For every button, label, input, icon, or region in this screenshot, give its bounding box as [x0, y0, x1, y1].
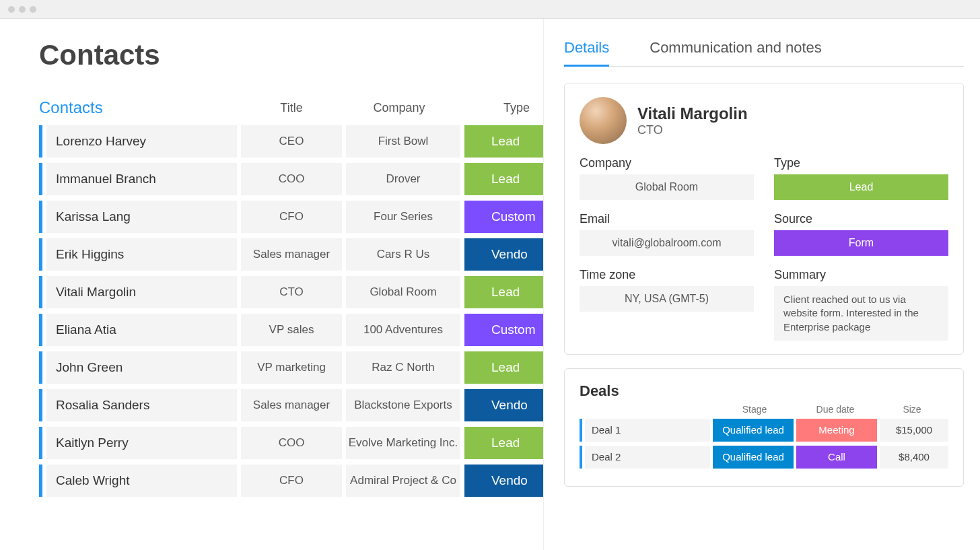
deal-name: Deal 1 [585, 419, 710, 442]
cell-title: VP marketing [241, 351, 342, 384]
cell-type: Lead [464, 427, 543, 459]
cell-title: CEO [241, 125, 342, 158]
cell-title: CFO [241, 201, 342, 233]
cell-name: John Green [46, 351, 237, 384]
cell-company: Global Room [346, 276, 460, 308]
cell-type: Vendo [464, 389, 543, 421]
table-row[interactable]: Rosalia SandersSales managerBlackstone E… [39, 389, 543, 421]
cell-name: Rosalia Sanders [46, 389, 237, 421]
row-accent [39, 465, 42, 497]
detail-value-timezone: NY, USA (GMT-5) [580, 286, 754, 312]
cell-type: Custom [464, 314, 543, 346]
cell-company: First Bowl [346, 125, 460, 158]
cell-company: Cars R Us [346, 238, 460, 271]
tabs: Details Communication and notes [564, 39, 964, 67]
deals-col-stage: Stage [714, 404, 795, 415]
table-row[interactable]: Kaitlyn PerryCOOEvolve Marketing Inc.Lea… [39, 427, 543, 459]
row-accent [39, 314, 42, 346]
deal-size: $8,400 [880, 446, 948, 469]
deal-stage: Qualified lead [713, 446, 794, 469]
window-dot-icon [19, 6, 26, 13]
col-header-type: Type [456, 101, 543, 115]
profile-details: Company Global Room Type Lead Email vita… [580, 156, 948, 341]
profile-card: Vitali Margolin CTO Company Global Room … [564, 83, 964, 355]
content-area: Contacts Contacts Title Company Type Lor… [0, 19, 980, 550]
row-accent [39, 163, 42, 195]
detail-value-summary: Client reached out to us via website for… [774, 286, 948, 341]
detail-value-company: Global Room [580, 174, 754, 200]
table-row[interactable]: Vitali MargolinCTOGlobal RoomLead [39, 276, 543, 308]
table-row[interactable]: Caleb WrightCFOAdmiral Project & CoVendo [39, 465, 543, 497]
row-accent [39, 238, 42, 271]
table-row[interactable]: Erik HigginsSales managerCars R UsVendo [39, 238, 543, 271]
cell-type: Lead [464, 125, 543, 158]
row-accent [39, 427, 42, 459]
deals-body: Deal 1Qualified leadMeeting$15,000Deal 2… [580, 419, 948, 469]
row-accent [39, 201, 42, 233]
cell-name: Vitali Margolin [46, 276, 237, 308]
deal-stage: Qualified lead [713, 419, 794, 442]
deal-size: $15,000 [880, 419, 948, 442]
cell-type: Vendo [464, 465, 543, 497]
cell-company: Four Series [346, 201, 460, 233]
cell-type: Lead [464, 276, 543, 308]
detail-label: Type [774, 156, 948, 170]
cell-title: COO [241, 163, 342, 195]
detail-label: Source [774, 212, 948, 226]
deals-title: Deals [580, 382, 948, 400]
cell-name: Eliana Atia [46, 314, 237, 346]
deal-due: Meeting [796, 419, 877, 442]
deals-card: Deals Stage Due date Size Deal 1Qualifie… [564, 368, 964, 487]
deal-row[interactable]: Deal 1Qualified leadMeeting$15,000 [580, 419, 948, 442]
cell-company: Admiral Project & Co [346, 465, 460, 497]
detail-company: Company Global Room [580, 156, 754, 200]
row-accent [39, 125, 42, 158]
deals-col-due: Due date [795, 404, 876, 415]
detail-type: Type Lead [774, 156, 948, 200]
cell-title: CTO [241, 276, 342, 308]
cell-company: 100 Adventures [346, 314, 460, 346]
cell-company: Drover [346, 163, 460, 195]
table-row[interactable]: Eliana AtiaVP sales100 AdventuresCustom [39, 314, 543, 346]
table-row[interactable]: Lorenzo HarveyCEOFirst BowlLead [39, 125, 543, 158]
row-accent [580, 446, 582, 469]
deals-col-name [580, 404, 714, 415]
col-header-title: Title [241, 101, 342, 115]
table-row[interactable]: John GreenVP marketingRaz C NorthLead [39, 351, 543, 384]
detail-timezone: Time zone NY, USA (GMT-5) [580, 268, 754, 341]
app-window: Contacts Contacts Title Company Type Lor… [0, 0, 980, 550]
row-accent [39, 276, 42, 308]
detail-label: Company [580, 156, 754, 170]
section-label: Contacts [39, 98, 241, 117]
window-dot-icon [30, 6, 36, 13]
detail-label: Summary [774, 268, 948, 282]
contacts-pane: Contacts Contacts Title Company Type Lor… [0, 19, 544, 550]
table-row[interactable]: Immanuel BranchCOODroverLead [39, 163, 543, 195]
avatar [580, 97, 627, 144]
profile-header: Vitali Margolin CTO [580, 97, 948, 144]
cell-title: Sales manager [241, 238, 342, 271]
detail-value-type: Lead [774, 174, 948, 200]
profile-title: CTO [637, 123, 748, 137]
tab-details[interactable]: Details [564, 39, 609, 67]
cell-title: VP sales [241, 314, 342, 346]
tab-communication[interactable]: Communication and notes [650, 39, 822, 66]
cell-title: CFO [241, 465, 342, 497]
detail-label: Time zone [580, 268, 754, 282]
table-row[interactable]: Karissa LangCFOFour SeriesCustom [39, 201, 543, 233]
cell-type: Lead [464, 163, 543, 195]
deal-row[interactable]: Deal 2Qualified leadCall$8,400 [580, 446, 948, 469]
window-dot-icon [8, 6, 15, 13]
row-accent [39, 351, 42, 384]
deals-col-size: Size [876, 404, 948, 415]
cell-type: Lead [464, 351, 543, 384]
profile-name-block: Vitali Margolin CTO [637, 104, 748, 137]
contacts-header: Contacts Title Company Type [39, 98, 543, 117]
row-accent [39, 389, 42, 421]
cell-name: Lorenzo Harvey [46, 125, 237, 158]
cell-type: Custom [464, 201, 543, 233]
deals-header: Stage Due date Size [580, 404, 948, 415]
cell-name: Caleb Wright [46, 465, 237, 497]
cell-title: Sales manager [241, 389, 342, 421]
cell-company: Raz C North [346, 351, 460, 384]
